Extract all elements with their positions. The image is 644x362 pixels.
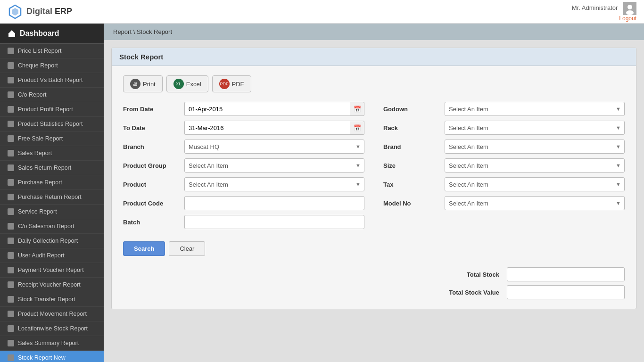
nav-icon [8,62,14,69]
panel-title: Stock Report [112,48,636,66]
product-select[interactable]: Select An Item [184,177,364,191]
total-stock-input[interactable] [507,267,625,281]
nav-icon [8,48,14,54]
pdf-button[interactable]: PDF PDF [212,75,251,92]
sidebar-item-payment-voucher[interactable]: Payment Voucher Report [0,263,104,278]
godown-label: Godown [383,106,445,113]
totals-section: Total Stock Total Stock Value [123,267,625,299]
total-stock-value-label: Total Stock Value [433,289,499,296]
rack-label: Rack [383,124,445,132]
size-select[interactable]: Select An Item [445,158,625,173]
branch-select-wrap: Muscat HQ ▼ [184,140,364,154]
total-stock-value-row: Total Stock Value [433,285,625,299]
sidebar-item-sales-summary[interactable]: Sales Summary Report [0,336,104,351]
godown-select[interactable]: Select An Item [445,102,625,116]
to-date-input[interactable] [184,121,350,135]
nav-icon [8,121,14,127]
sidebar-item-purchase-return[interactable]: Purchase Return Report [0,190,104,205]
clear-button[interactable]: Clear [169,241,205,256]
nav-icon [8,281,14,288]
logo-icon [8,4,23,19]
batch-row: Batch [123,215,364,229]
sidebar-item-locationwise-stock[interactable]: Locationwise Stock Report [0,321,104,336]
svg-rect-5 [8,33,15,37]
sidebar-item-free-sale[interactable]: Free Sale Report [0,132,104,146]
from-date-calendar-button[interactable]: 📅 [350,102,364,116]
product-group-label: Product Group [123,162,184,169]
tax-select-wrap: Select An Item ▼ [445,177,625,191]
sidebar-item-price-list[interactable]: Price List Report [0,44,104,58]
batch-input[interactable] [184,215,364,229]
sidebar-item-daily-collection[interactable]: Daily Collection Report [0,234,104,248]
product-group-select-wrap: Select An Item ▼ [184,158,364,173]
print-icon: 🖶 [130,79,140,89]
tax-select[interactable]: Select An Item [445,177,625,191]
main-content: Report \ Stock Report Stock Report 🖶 Pri… [104,24,644,362]
model-no-row: Model No Select An Item ▼ [383,196,625,210]
svg-point-3 [627,5,632,9]
size-label: Size [383,162,445,169]
rack-select-wrap: Select An Item ▼ [445,121,625,135]
product-label: Product [123,181,184,188]
sidebar-item-product-profit[interactable]: Product Profit Report [0,102,104,117]
to-date-row: To Date 📅 [123,121,364,135]
nav-icon [8,208,14,215]
nav-icon [8,106,14,113]
branch-label: Branch [123,143,184,150]
sidebar-item-sales[interactable]: Sales Report [0,146,104,161]
from-date-field: 📅 [184,102,364,116]
sidebar-item-receipt-voucher[interactable]: Receipt Voucher Report [0,278,104,292]
sidebar-item-stock-report-new[interactable]: Stock Report New [0,351,104,362]
rack-select[interactable]: Select An Item [445,121,625,135]
model-no-label: Model No [383,200,445,207]
sidebar-item-cheque[interactable]: Cheque Report [0,58,104,73]
model-no-select[interactable]: Select An Item [445,196,625,210]
to-date-calendar-button[interactable]: 📅 [350,121,364,135]
print-button[interactable]: 🖶 Print [123,75,163,92]
brand-select[interactable]: Select An Item [445,140,625,154]
toolbar: 🖶 Print XL Excel PDF PDF [123,75,625,92]
avatar [623,2,636,15]
panel-body: 🖶 Print XL Excel PDF PDF [112,66,636,309]
excel-button[interactable]: XL Excel [166,75,208,92]
layout: Dashboard Price List Report Cheque Repor… [0,24,644,362]
product-row: Product Select An Item ▼ [123,177,364,191]
sidebar-item-service[interactable]: Service Report [0,205,104,219]
search-button[interactable]: Search [123,241,165,256]
nav-icon [8,252,14,259]
from-date-input[interactable] [184,102,350,116]
brand-select-wrap: Select An Item ▼ [445,140,625,154]
total-stock-row: Total Stock [433,267,625,281]
sidebar-item-co-salesman[interactable]: C/o Salesman Report [0,219,104,234]
sidebar-item-product-stats[interactable]: Product Statistics Report [0,117,104,132]
nav-icon [8,77,14,83]
sidebar-item-stock-transfer[interactable]: Stock Transfer Report [0,292,104,307]
product-group-select[interactable]: Select An Item [184,158,364,173]
form-left-col: From Date 📅 To Date 📅 [123,102,364,256]
sidebar-item-user-audit[interactable]: User Audit Report [0,248,104,263]
total-stock-value-input[interactable] [507,285,625,299]
product-code-input[interactable] [184,196,364,210]
sidebar-item-purchase[interactable]: Purchase Report [0,175,104,190]
godown-row: Godown Select An Item ▼ [383,102,625,116]
branch-select[interactable]: Muscat HQ [184,140,364,154]
sidebar: Dashboard Price List Report Cheque Repor… [0,24,104,362]
breadcrumb: Report \ Stock Report [104,24,644,40]
from-date-row: From Date 📅 [123,102,364,116]
logout-link[interactable]: Logout [572,15,636,22]
to-date-label: To Date [123,124,184,132]
sidebar-item-product-movement[interactable]: Product Movement Report [0,307,104,321]
sidebar-item-sales-return[interactable]: Sales Return Report [0,161,104,175]
form-right-col: Godown Select An Item ▼ Rack [383,102,625,256]
model-no-select-wrap: Select An Item ▼ [445,196,625,210]
dashboard-item[interactable]: Dashboard [0,24,104,44]
nav-icon [8,354,14,361]
godown-select-wrap: Select An Item ▼ [445,102,625,116]
sidebar-item-product-batch[interactable]: Product Vs Batch Report [0,73,104,88]
nav-icon [8,165,14,171]
brand-label: Brand [383,143,445,150]
breadcrumb-separator: \ [133,28,137,35]
product-group-row: Product Group Select An Item ▼ [123,158,364,173]
nav-icon [8,223,14,230]
sidebar-item-co-report[interactable]: C/o Report [0,88,104,102]
